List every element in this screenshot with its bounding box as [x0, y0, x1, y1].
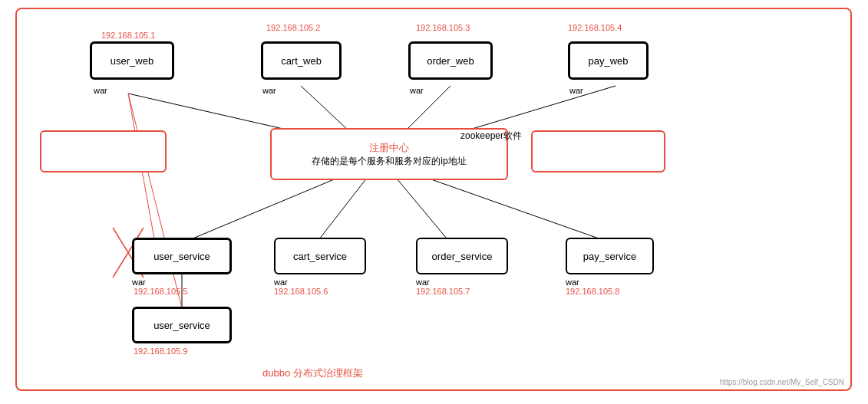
ip-cart-web: 192.168.105.2	[266, 23, 320, 32]
registry-title: 注册中心	[369, 141, 409, 155]
war-cart-service: war	[274, 278, 288, 287]
ip-user-web: 192.168.105.1	[101, 31, 155, 40]
user-service1-node: user_service	[132, 238, 232, 274]
pay-web-node: pay_web	[568, 41, 649, 80]
ip-pay-service: 192.168.105.8	[566, 287, 619, 296]
pay-web-label: pay_web	[588, 55, 628, 67]
registry-description: 存储的是每个服务和服务对应的ip地址	[312, 155, 466, 168]
ip-user-service1: 192.168.105.5	[134, 287, 187, 296]
war-order-service: war	[416, 278, 430, 287]
cart-service-node: cart_service	[274, 238, 366, 274]
zookeeper-label: zookeeper软件	[460, 130, 522, 143]
user-web-label: user_web	[111, 55, 153, 67]
cart-web-label: cart_web	[281, 55, 322, 67]
order-service-node: order_service	[416, 238, 508, 274]
war-user-web: war	[94, 86, 107, 95]
pay-service-node: pay_service	[566, 238, 654, 274]
war-order-web: war	[410, 86, 424, 95]
ip-cart-service: 192.168.105.6	[274, 287, 328, 296]
ip-order-web: 192.168.105.3	[416, 23, 470, 32]
svg-line-7	[416, 174, 612, 243]
user-service1-label: user_service	[153, 251, 210, 262]
order-service-label: order_service	[432, 251, 493, 262]
user-service2-node: user_service	[132, 307, 232, 343]
war-user-service1: war	[132, 278, 146, 287]
main-container: 192.168.105.1 192.168.105.2 192.168.105.…	[15, 8, 852, 391]
user-service2-label: user_service	[153, 320, 210, 331]
footer-title: dubbo 分布式治理框架	[262, 366, 363, 380]
war-pay-service: war	[566, 278, 579, 287]
empty-left-box	[40, 130, 167, 172]
war-pay-web: war	[569, 86, 583, 95]
cart-web-node: cart_web	[261, 41, 342, 80]
order-web-node: order_web	[408, 41, 493, 80]
pay-service-label: pay_service	[583, 251, 636, 262]
ip-pay-web: 192.168.105.4	[568, 23, 622, 32]
war-cart-web: war	[262, 86, 276, 95]
svg-line-6	[393, 174, 451, 243]
svg-line-12	[128, 94, 182, 308]
watermark: https://blog.csdn.net/My_Self_CSDN	[720, 378, 844, 386]
svg-line-4	[182, 174, 347, 243]
user-web-node: user_web	[90, 41, 174, 80]
cart-service-label: cart_service	[293, 251, 347, 262]
ip-user-service2: 192.168.105.9	[134, 347, 187, 356]
ip-order-service: 192.168.105.7	[416, 287, 470, 296]
empty-right-box	[531, 130, 665, 172]
order-web-label: order_web	[427, 55, 474, 67]
svg-line-5	[316, 174, 370, 243]
